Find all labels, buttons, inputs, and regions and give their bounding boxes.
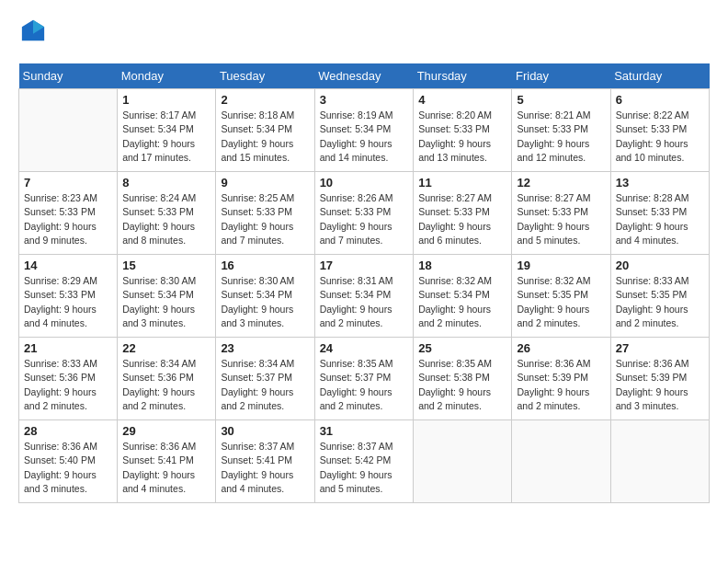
calendar-cell: 10Sunrise: 8:26 AMSunset: 5:33 PMDayligh…: [314, 172, 414, 255]
day-info: Sunrise: 8:28 AMSunset: 5:33 PMDaylight:…: [616, 191, 704, 247]
calendar-cell: 20Sunrise: 8:33 AMSunset: 5:35 PMDayligh…: [610, 255, 709, 338]
day-number: 24: [320, 341, 409, 355]
calendar-cell: 7Sunrise: 8:23 AMSunset: 5:33 PMDaylight…: [19, 172, 118, 255]
calendar-cell: 29Sunrise: 8:36 AMSunset: 5:41 PMDayligh…: [118, 420, 216, 503]
day-info: Sunrise: 8:23 AMSunset: 5:33 PMDaylight:…: [24, 191, 112, 247]
calendar-cell: 8Sunrise: 8:24 AMSunset: 5:33 PMDaylight…: [118, 172, 216, 255]
day-info: Sunrise: 8:37 AMSunset: 5:42 PMDaylight:…: [320, 440, 409, 496]
calendar-cell: 25Sunrise: 8:35 AMSunset: 5:38 PMDayligh…: [414, 338, 512, 420]
day-number: 18: [418, 259, 506, 272]
day-number: 19: [517, 259, 605, 272]
day-info: Sunrise: 8:31 AMSunset: 5:34 PMDaylight:…: [320, 274, 409, 330]
weekday-header: Monday: [118, 63, 216, 89]
day-info: Sunrise: 8:24 AMSunset: 5:33 PMDaylight:…: [122, 191, 210, 247]
weekday-header: Thursday: [414, 63, 512, 89]
day-info: Sunrise: 8:35 AMSunset: 5:38 PMDaylight:…: [418, 357, 506, 413]
calendar-cell: 13Sunrise: 8:28 AMSunset: 5:33 PMDayligh…: [610, 172, 709, 255]
day-number: 5: [517, 93, 605, 107]
day-number: 7: [24, 176, 112, 190]
calendar-cell: 4Sunrise: 8:20 AMSunset: 5:33 PMDaylight…: [414, 89, 512, 172]
day-info: Sunrise: 8:26 AMSunset: 5:33 PMDaylight:…: [320, 191, 409, 247]
day-info: Sunrise: 8:30 AMSunset: 5:34 PMDaylight:…: [122, 274, 210, 330]
calendar-row: 1Sunrise: 8:17 AMSunset: 5:34 PMDaylight…: [19, 89, 710, 172]
calendar-cell: [610, 420, 709, 503]
calendar-cell: 19Sunrise: 8:32 AMSunset: 5:35 PMDayligh…: [512, 255, 610, 338]
day-info: Sunrise: 8:17 AMSunset: 5:34 PMDaylight:…: [122, 109, 210, 165]
calendar-cell: 21Sunrise: 8:33 AMSunset: 5:36 PMDayligh…: [19, 338, 118, 420]
day-number: 31: [320, 424, 409, 438]
calendar-cell: 24Sunrise: 8:35 AMSunset: 5:37 PMDayligh…: [314, 338, 414, 420]
calendar-cell: 27Sunrise: 8:36 AMSunset: 5:39 PMDayligh…: [610, 338, 709, 420]
day-number: 26: [517, 341, 605, 355]
day-info: Sunrise: 8:36 AMSunset: 5:39 PMDaylight:…: [517, 357, 605, 413]
day-number: 8: [122, 176, 210, 190]
day-info: Sunrise: 8:36 AMSunset: 5:39 PMDaylight:…: [616, 357, 704, 413]
day-number: 4: [418, 93, 506, 107]
weekday-header: Friday: [512, 63, 610, 89]
day-number: 30: [221, 424, 309, 438]
day-info: Sunrise: 8:18 AMSunset: 5:34 PMDaylight:…: [221, 109, 309, 165]
calendar-cell: 14Sunrise: 8:29 AMSunset: 5:33 PMDayligh…: [19, 255, 118, 338]
day-number: 27: [616, 341, 704, 355]
logo-icon: [20, 18, 46, 44]
calendar-cell: 28Sunrise: 8:36 AMSunset: 5:40 PMDayligh…: [19, 420, 118, 503]
calendar-cell: 9Sunrise: 8:25 AMSunset: 5:33 PMDaylight…: [216, 172, 314, 255]
day-info: Sunrise: 8:33 AMSunset: 5:35 PMDaylight:…: [616, 274, 704, 330]
weekday-header: Saturday: [610, 63, 709, 89]
day-info: Sunrise: 8:25 AMSunset: 5:33 PMDaylight:…: [221, 191, 309, 247]
calendar-cell: [19, 89, 118, 172]
calendar-cell: 26Sunrise: 8:36 AMSunset: 5:39 PMDayligh…: [512, 338, 610, 420]
day-number: 16: [221, 259, 309, 272]
day-info: Sunrise: 8:36 AMSunset: 5:41 PMDaylight:…: [122, 440, 210, 496]
calendar-cell: [414, 420, 512, 503]
calendar-cell: 5Sunrise: 8:21 AMSunset: 5:33 PMDaylight…: [512, 89, 610, 172]
day-info: Sunrise: 8:29 AMSunset: 5:33 PMDaylight:…: [24, 274, 112, 330]
weekday-header: Tuesday: [216, 63, 314, 89]
calendar-cell: 16Sunrise: 8:30 AMSunset: 5:34 PMDayligh…: [216, 255, 314, 338]
day-info: Sunrise: 8:20 AMSunset: 5:33 PMDaylight:…: [418, 109, 506, 165]
day-number: 13: [616, 176, 704, 190]
calendar-cell: 15Sunrise: 8:30 AMSunset: 5:34 PMDayligh…: [118, 255, 216, 338]
day-info: Sunrise: 8:34 AMSunset: 5:36 PMDaylight:…: [122, 357, 210, 413]
day-info: Sunrise: 8:36 AMSunset: 5:40 PMDaylight:…: [24, 440, 112, 496]
calendar-row: 21Sunrise: 8:33 AMSunset: 5:36 PMDayligh…: [19, 338, 710, 420]
day-number: 11: [418, 176, 506, 190]
day-number: 29: [122, 424, 210, 438]
day-number: 17: [320, 259, 409, 272]
day-info: Sunrise: 8:33 AMSunset: 5:36 PMDaylight:…: [24, 357, 112, 413]
day-number: 9: [221, 176, 309, 190]
page-header: [18, 18, 710, 49]
day-number: 23: [221, 341, 309, 355]
calendar-row: 7Sunrise: 8:23 AMSunset: 5:33 PMDaylight…: [19, 172, 710, 255]
day-info: Sunrise: 8:37 AMSunset: 5:41 PMDaylight:…: [221, 440, 309, 496]
calendar-row: 28Sunrise: 8:36 AMSunset: 5:40 PMDayligh…: [19, 420, 710, 503]
day-number: 1: [122, 93, 210, 107]
logo: [18, 18, 46, 49]
calendar-cell: 30Sunrise: 8:37 AMSunset: 5:41 PMDayligh…: [216, 420, 314, 503]
day-info: Sunrise: 8:27 AMSunset: 5:33 PMDaylight:…: [418, 191, 506, 247]
calendar-row: 14Sunrise: 8:29 AMSunset: 5:33 PMDayligh…: [19, 255, 710, 338]
day-number: 20: [616, 259, 704, 272]
day-number: 28: [24, 424, 112, 438]
calendar-cell: 18Sunrise: 8:32 AMSunset: 5:34 PMDayligh…: [414, 255, 512, 338]
day-info: Sunrise: 8:27 AMSunset: 5:33 PMDaylight:…: [517, 191, 605, 247]
day-number: 6: [616, 93, 704, 107]
day-number: 25: [418, 341, 506, 355]
calendar-cell: 3Sunrise: 8:19 AMSunset: 5:34 PMDaylight…: [314, 89, 414, 172]
day-info: Sunrise: 8:22 AMSunset: 5:33 PMDaylight:…: [616, 109, 704, 165]
calendar-cell: 1Sunrise: 8:17 AMSunset: 5:34 PMDaylight…: [118, 89, 216, 172]
calendar-header: SundayMondayTuesdayWednesdayThursdayFrid…: [19, 63, 710, 89]
day-info: Sunrise: 8:19 AMSunset: 5:34 PMDaylight:…: [320, 109, 409, 165]
day-info: Sunrise: 8:32 AMSunset: 5:34 PMDaylight:…: [418, 274, 506, 330]
day-number: 14: [24, 259, 112, 272]
day-number: 22: [122, 341, 210, 355]
day-number: 12: [517, 176, 605, 190]
day-info: Sunrise: 8:30 AMSunset: 5:34 PMDaylight:…: [221, 274, 309, 330]
calendar-cell: 22Sunrise: 8:34 AMSunset: 5:36 PMDayligh…: [118, 338, 216, 420]
calendar-cell: 23Sunrise: 8:34 AMSunset: 5:37 PMDayligh…: [216, 338, 314, 420]
calendar-table: SundayMondayTuesdayWednesdayThursdayFrid…: [18, 63, 710, 503]
day-number: 2: [221, 93, 309, 107]
day-number: 10: [320, 176, 409, 190]
calendar-cell: 17Sunrise: 8:31 AMSunset: 5:34 PMDayligh…: [314, 255, 414, 338]
day-info: Sunrise: 8:35 AMSunset: 5:37 PMDaylight:…: [320, 357, 409, 413]
